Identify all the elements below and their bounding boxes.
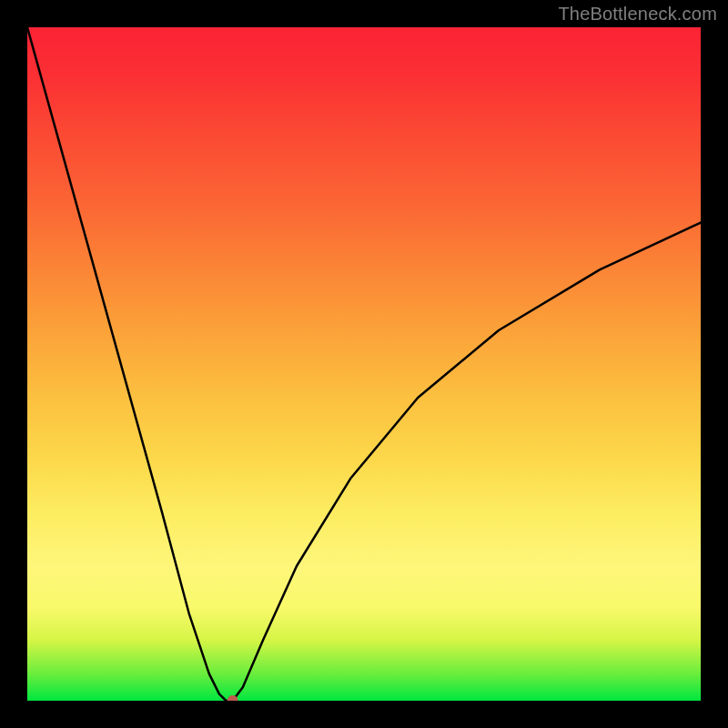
plot-area <box>27 27 701 701</box>
watermark-text: TheBottleneck.com <box>558 4 717 25</box>
chart-svg <box>27 27 701 701</box>
chart-container: TheBottleneck.com <box>0 0 728 728</box>
bottleneck-curve-path <box>27 27 701 701</box>
